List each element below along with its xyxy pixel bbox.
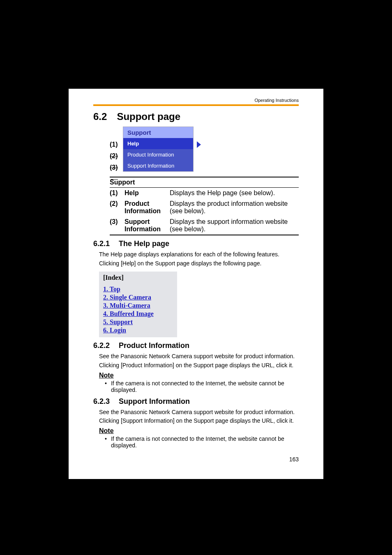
table-heading: Support <box>110 177 299 187</box>
index-link-top[interactable]: 1. Top <box>103 286 173 293</box>
index-title: [Index] <box>103 274 173 281</box>
heading-text: Support page <box>117 111 180 122</box>
row-desc: Displays the product information website… <box>170 200 299 215</box>
menu-item-help[interactable]: Help <box>123 138 193 149</box>
heading-text: The Help page <box>119 240 169 248</box>
index-link-login[interactable]: 6. Login <box>103 327 173 334</box>
row-name: Product Information <box>125 200 170 215</box>
index-link-buffered-image[interactable]: 4. Buffered Image <box>103 310 173 318</box>
callout-1: (1) <box>110 139 123 150</box>
running-header: Operating Instructions <box>93 98 299 103</box>
play-arrow-icon <box>194 139 204 150</box>
row-name: Help <box>125 189 170 197</box>
menu-item-product-information[interactable]: Product Information <box>123 149 193 160</box>
note-bullet: • If the camera is not connected to the … <box>105 435 299 449</box>
callout-3: (3) <box>110 162 123 173</box>
help-index-figure: [Index] 1. Top 2. Single Camera 3. Multi… <box>99 272 177 337</box>
paragraph: Clicking [Help] on the Support page disp… <box>99 260 299 267</box>
note-text: If the camera is not connected to the In… <box>111 435 299 449</box>
paragraph: Clicking [Support Information] on the Su… <box>99 417 299 425</box>
row-name: Support Information <box>125 218 170 233</box>
section-heading-6-2-1: 6.2.1 The Help page <box>93 240 299 248</box>
index-link-single-camera[interactable]: 2. Single Camera <box>103 294 173 301</box>
heading-text: Support Information <box>119 397 190 406</box>
paragraph: See the Panasonic Network Camera support… <box>99 408 299 416</box>
heading-text: Product Information <box>119 341 189 350</box>
callout-2: (2) <box>110 150 123 162</box>
row-number: (3) <box>110 218 125 233</box>
header-rule <box>93 104 299 106</box>
support-menu-figure: (1) (2) (3) Support Help Product Informa… <box>110 127 299 173</box>
row-number: (2) <box>110 200 125 215</box>
support-items-table: Support (1) Help Displays the Help page … <box>110 177 299 235</box>
heading-number: 6.2.3 <box>93 397 110 406</box>
heading-number: 6.2.2 <box>93 341 110 350</box>
table-row: (3) Support Information Displays the sup… <box>110 216 299 235</box>
note-text: If the camera is not connected to the In… <box>111 380 299 393</box>
row-desc: Displays the Help page (see below). <box>170 189 299 197</box>
note-bullet: • If the camera is not connected to the … <box>105 380 299 393</box>
index-link-multi-camera[interactable]: 3. Multi-Camera <box>103 302 173 309</box>
page-number: 163 <box>93 456 299 463</box>
table-row: (1) Help Displays the Help page (see bel… <box>110 188 299 198</box>
row-desc: Displays the support information website… <box>170 218 299 233</box>
paragraph: The Help page displays explanations for … <box>99 251 299 258</box>
note-label: Note <box>99 372 299 379</box>
menu-title: Support <box>123 127 193 138</box>
callout-labels: (1) (2) (3) <box>110 127 123 173</box>
section-heading-6-2-3: 6.2.3 Support Information <box>93 397 299 406</box>
document-page: Operating Instructions 6.2 Support page … <box>69 89 323 479</box>
heading-number: 6.2 <box>93 111 107 122</box>
bullet-icon: • <box>105 435 111 449</box>
paragraph: See the Panasonic Network Camera support… <box>99 352 299 360</box>
note-label: Note <box>99 427 299 435</box>
index-link-support[interactable]: 5. Support <box>103 318 173 326</box>
row-number: (1) <box>110 189 125 197</box>
section-heading-6-2-2: 6.2.2 Product Information <box>93 341 299 350</box>
table-row: (2) Product Information Displays the pro… <box>110 198 299 216</box>
bullet-icon: • <box>105 380 111 393</box>
section-heading-6-2: 6.2 Support page <box>93 111 299 122</box>
paragraph: Clicking [Product Information] on the Su… <box>99 362 299 369</box>
heading-number: 6.2.1 <box>93 240 110 248</box>
menu-item-support-information[interactable]: Support Information <box>123 160 193 171</box>
support-menu: Support Help Product Information Support… <box>123 127 194 172</box>
